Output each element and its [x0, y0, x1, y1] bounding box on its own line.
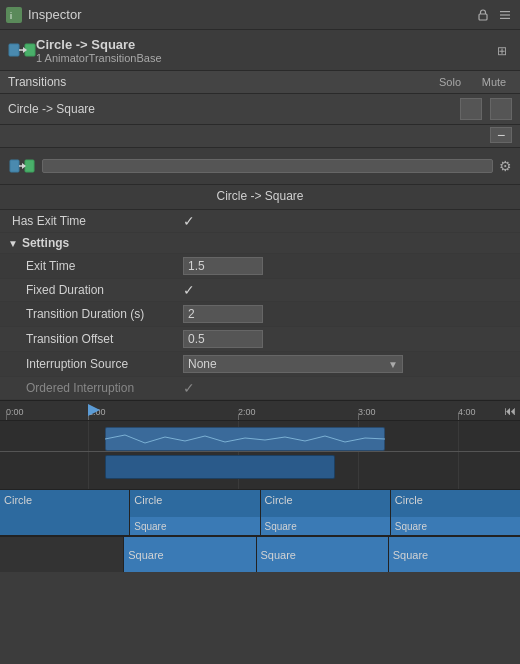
- tick-line-3: [358, 414, 359, 420]
- interruption-source-dropdown[interactable]: None ▼: [183, 355, 403, 373]
- clip-1-2-top-label: Circle: [134, 494, 162, 506]
- transition-offset-input[interactable]: [183, 330, 263, 348]
- clip-2-4-label: Square: [393, 549, 428, 561]
- has-exit-time-row: Has Exit Time ✓: [0, 210, 520, 233]
- clips-row-1: Circle Circle Square Circle Square Circl…: [0, 489, 520, 536]
- menu-button[interactable]: [496, 6, 514, 24]
- anim-block-secondary: [105, 455, 335, 479]
- clip-1-3-top-label: Circle: [265, 494, 293, 506]
- component-button[interactable]: ⊞: [494, 41, 512, 59]
- mute-col-label: Mute: [476, 76, 512, 88]
- inspector-icon: i: [6, 7, 22, 23]
- waveform-svg: [105, 429, 385, 449]
- svg-rect-5: [500, 17, 510, 18]
- transition-duration-row: Transition Duration (s): [0, 302, 520, 327]
- transition-icon: [8, 36, 36, 64]
- svg-rect-3: [500, 11, 510, 12]
- mute-button[interactable]: [490, 98, 512, 120]
- tick-line-2: [238, 414, 239, 420]
- clip-1-4-sub-label: Square: [395, 521, 427, 532]
- detail-transition-icon: [8, 152, 36, 180]
- fixed-duration-row: Fixed Duration ✓: [0, 279, 520, 302]
- top-info: Circle -> Square 1 AnimatorTransitionBas…: [0, 30, 520, 71]
- clip-2-2-label: Square: [128, 549, 163, 561]
- clip-cell-1-1[interactable]: Circle: [0, 490, 130, 535]
- exit-time-value: [183, 257, 512, 275]
- rewind-button[interactable]: ⏮: [504, 404, 516, 418]
- settings-expand-icon: ▼: [8, 238, 18, 249]
- fixed-duration-label: Fixed Duration: [8, 283, 183, 297]
- clip-1-3-sub: Square: [261, 517, 390, 535]
- timeline-ruler: 0:00 1:00 2:00 3:00 4:00 ⏮: [0, 401, 520, 421]
- exit-time-input[interactable]: [183, 257, 263, 275]
- transition-offset-value: [183, 330, 512, 348]
- clip-2-3-label: Square: [261, 549, 296, 561]
- wave-divider: [0, 451, 520, 452]
- grid-line-4: [458, 421, 459, 489]
- interruption-source-value: None ▼: [183, 355, 512, 373]
- clip-1-4-top-label: Circle: [395, 494, 423, 506]
- has-exit-time-label: Has Exit Time: [8, 214, 183, 228]
- svg-rect-10: [10, 160, 19, 172]
- exit-time-row: Exit Time: [0, 254, 520, 279]
- settings-gear-icon[interactable]: ⚙: [499, 158, 512, 174]
- transition-duration-label: Transition Duration (s): [8, 307, 183, 321]
- transition-detail-title: Circle -> Square: [0, 185, 520, 210]
- interruption-source-dropdown-text: None: [188, 357, 388, 371]
- svg-rect-2: [479, 14, 487, 20]
- svg-text:i: i: [10, 11, 12, 21]
- clip-cell-1-3[interactable]: Circle Square: [261, 490, 391, 535]
- transition-row-buttons: [460, 98, 512, 120]
- transition-progress-bar: [42, 159, 493, 173]
- clip-1-2-sub-label: Square: [134, 521, 166, 532]
- clip-1-3-sub-label: Square: [265, 521, 297, 532]
- dropdown-arrow-icon: ▼: [388, 359, 398, 370]
- transition-duration-input[interactable]: [183, 305, 263, 323]
- grid-line-1: [88, 421, 89, 489]
- minus-row: −: [0, 125, 520, 148]
- clip-1-4-sub: Square: [391, 517, 520, 535]
- clip-cell-1-2[interactable]: Circle Square: [130, 490, 260, 535]
- svg-rect-11: [25, 160, 34, 172]
- title-bar-actions: [474, 6, 514, 24]
- interruption-source-row: Interruption Source None ▼: [0, 352, 520, 377]
- solo-button[interactable]: [460, 98, 482, 120]
- settings-header[interactable]: ▼ Settings: [0, 233, 520, 254]
- title-bar: i Inspector: [0, 0, 520, 30]
- transitions-cols: Solo Mute: [432, 76, 512, 88]
- top-info-right: ⊞: [494, 41, 512, 59]
- transition-duration-value: [183, 305, 512, 323]
- transition-subtitle: 1 AnimatorTransitionBase: [36, 52, 162, 64]
- transition-row-label: Circle -> Square: [8, 102, 460, 116]
- clip-1-2-sub: Square: [130, 517, 259, 535]
- clip-cell-2-4[interactable]: Square: [389, 537, 520, 572]
- ordered-interruption-row: Ordered Interruption ✓: [0, 377, 520, 400]
- ordered-interruption-checkbox[interactable]: ✓: [183, 380, 512, 396]
- clips-row-2: Square Square Square: [0, 536, 520, 572]
- transition-title: Circle -> Square: [36, 37, 162, 52]
- lock-button[interactable]: [474, 6, 492, 24]
- tick-0: 0:00: [6, 407, 24, 417]
- transition-offset-label: Transition Offset: [8, 332, 183, 346]
- tick-line-0: [6, 414, 7, 420]
- fixed-duration-checkbox[interactable]: ✓: [183, 282, 512, 298]
- transitions-label: Transitions: [8, 75, 432, 89]
- has-exit-time-checkbox[interactable]: ✓: [183, 213, 512, 229]
- ruler-inner: 0:00 1:00 2:00 3:00 4:00: [0, 401, 520, 420]
- clip-cell-1-4[interactable]: Circle Square: [391, 490, 520, 535]
- interruption-source-label: Interruption Source: [8, 357, 183, 371]
- clip-1-1-label: Circle: [4, 494, 32, 506]
- clip-cell-2-1: [0, 537, 124, 572]
- exit-time-label: Exit Time: [8, 259, 183, 273]
- top-info-text: Circle -> Square 1 AnimatorTransitionBas…: [36, 37, 162, 64]
- svg-text:⊞: ⊞: [497, 44, 507, 57]
- tick-2: 2:00: [238, 407, 256, 417]
- transition-offset-row: Transition Offset: [0, 327, 520, 352]
- ordered-interruption-label: Ordered Interruption: [8, 381, 183, 395]
- clip-cell-2-3[interactable]: Square: [257, 537, 389, 572]
- solo-col-label: Solo: [432, 76, 468, 88]
- remove-transition-button[interactable]: −: [490, 127, 512, 143]
- tick-4: 4:00: [458, 407, 476, 417]
- clip-cell-2-2[interactable]: Square: [124, 537, 256, 572]
- transition-list-row[interactable]: Circle -> Square: [0, 94, 520, 125]
